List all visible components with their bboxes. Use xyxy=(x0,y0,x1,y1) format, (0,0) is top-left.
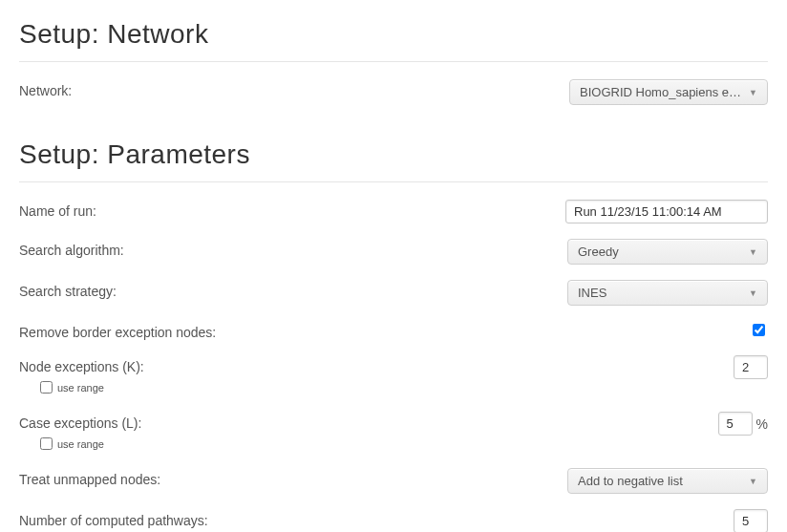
use-range-label: use range xyxy=(57,382,104,394)
case-exceptions-label: Case exceptions (L): xyxy=(19,412,141,431)
section-title-network: Setup: Network xyxy=(19,19,768,50)
network-label: Network: xyxy=(19,79,72,98)
chevron-down-icon: ▼ xyxy=(749,477,757,486)
remove-border-checkbox[interactable] xyxy=(753,324,765,336)
use-range-label: use range xyxy=(57,438,104,450)
percent-label: % xyxy=(756,416,768,432)
divider xyxy=(19,61,768,62)
node-exceptions-label: Node exceptions (K): xyxy=(19,355,144,374)
node-exceptions-use-range-checkbox[interactable] xyxy=(40,381,53,394)
search-strategy-label: Search strategy: xyxy=(19,280,117,299)
chevron-down-icon: ▼ xyxy=(749,288,757,298)
search-algorithm-label: Search algorithm: xyxy=(19,239,124,258)
treat-unmapped-value: Add to negative list xyxy=(578,474,683,488)
search-strategy-dropdown[interactable]: INES ▼ xyxy=(567,280,768,306)
search-strategy-value: INES xyxy=(578,286,606,300)
name-of-run-label: Name of run: xyxy=(19,200,96,219)
num-pathways-input[interactable] xyxy=(734,509,768,532)
treat-unmapped-label: Treat unmapped nodes: xyxy=(19,468,160,487)
section-title-parameters: Setup: Parameters xyxy=(19,139,768,170)
network-dropdown-value: BIOGRID Homo_sapiens e… xyxy=(580,85,741,99)
num-pathways-label: Number of computed pathways: xyxy=(19,509,208,528)
treat-unmapped-dropdown[interactable]: Add to negative list ▼ xyxy=(567,468,768,494)
chevron-down-icon: ▼ xyxy=(749,247,757,257)
search-algorithm-dropdown[interactable]: Greedy ▼ xyxy=(567,239,768,265)
case-exceptions-use-range-checkbox[interactable] xyxy=(40,437,53,450)
divider xyxy=(19,181,768,182)
node-exceptions-input[interactable] xyxy=(734,355,768,379)
remove-border-label: Remove border exception nodes: xyxy=(19,321,216,340)
case-exceptions-input[interactable] xyxy=(718,412,753,436)
search-algorithm-value: Greedy xyxy=(578,245,619,259)
name-of-run-input[interactable] xyxy=(565,200,768,223)
chevron-down-icon: ▼ xyxy=(749,88,757,97)
network-dropdown[interactable]: BIOGRID Homo_sapiens e… ▼ xyxy=(569,79,768,105)
